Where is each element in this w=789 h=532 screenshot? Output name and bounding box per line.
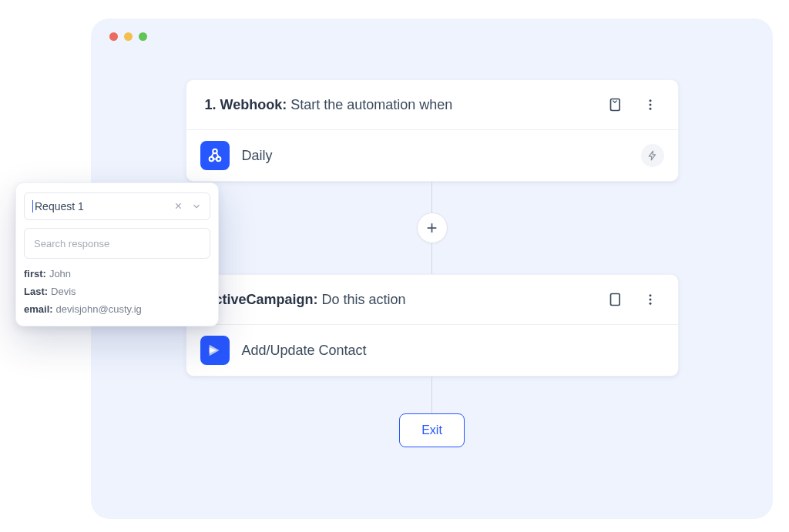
window-maximize-dot[interactable] xyxy=(139,32,147,41)
activecampaign-icon xyxy=(200,336,230,365)
search-input[interactable] xyxy=(34,238,200,249)
field-key: email: xyxy=(24,303,53,315)
more-menu-icon[interactable] xyxy=(641,95,660,114)
step-header: 1. Webhook: Start the automation when xyxy=(186,80,678,130)
request-select-value: Request 1 xyxy=(32,200,166,212)
step-body[interactable]: Add/Update Contact xyxy=(186,325,678,376)
step-title: 2.ActiveCampaign: Do this action xyxy=(205,292,607,308)
lightning-icon xyxy=(641,144,664,167)
field-row[interactable]: first: John xyxy=(24,268,210,279)
svg-point-8 xyxy=(649,294,651,296)
connector: + xyxy=(417,182,448,274)
svg-point-10 xyxy=(649,303,651,305)
search-response-field[interactable] xyxy=(24,228,210,259)
step-title: 1. Webhook: Start the automation when xyxy=(205,97,607,113)
add-step-button[interactable]: + xyxy=(417,212,448,243)
svg-point-2 xyxy=(649,104,651,106)
step-name: Webhook: xyxy=(220,97,287,112)
step-body-label: Add/Update Contact xyxy=(242,343,664,359)
step-name: ActiveCampaign: xyxy=(205,292,318,307)
field-value: devisjohn@custy.ig xyxy=(56,303,142,315)
field-value: John xyxy=(49,268,71,279)
step-description: Do this action xyxy=(322,292,406,307)
exit-button-label: Exit xyxy=(421,423,442,437)
workflow-step-webhook[interactable]: 1. Webhook: Start the automation when xyxy=(186,79,679,182)
step-body[interactable]: Daily xyxy=(186,130,678,181)
titlebar xyxy=(91,18,773,55)
field-row[interactable]: Last: Devis xyxy=(24,286,210,297)
connector-line xyxy=(431,182,432,212)
more-menu-icon[interactable] xyxy=(641,290,660,309)
step-number: 1. xyxy=(205,97,217,112)
rename-icon[interactable] xyxy=(607,290,626,309)
chevron-down-icon[interactable] xyxy=(191,201,202,212)
response-popover: Request 1 × first: John Last: Devis emai… xyxy=(15,182,219,326)
plus-icon: + xyxy=(426,217,437,239)
window-close-dot[interactable] xyxy=(109,32,118,41)
svg-point-1 xyxy=(649,99,651,102)
field-value: Devis xyxy=(51,286,76,297)
svg-rect-0 xyxy=(610,99,619,111)
rename-icon[interactable] xyxy=(607,95,626,114)
svg-rect-7 xyxy=(610,294,619,306)
svg-point-3 xyxy=(649,108,651,110)
exit-button[interactable]: Exit xyxy=(399,413,465,447)
field-key: first: xyxy=(24,268,46,279)
webhook-icon xyxy=(200,141,230,170)
clear-icon[interactable]: × xyxy=(172,199,185,213)
step-header: 2.ActiveCampaign: Do this action xyxy=(186,275,678,325)
field-row[interactable]: email: devisjohn@custy.ig xyxy=(24,303,210,315)
connector-line xyxy=(431,243,432,274)
request-select[interactable]: Request 1 × xyxy=(24,192,210,220)
workflow-step-activecampaign[interactable]: 2.ActiveCampaign: Do this action xyxy=(186,274,679,376)
svg-point-9 xyxy=(649,299,651,301)
window-minimize-dot[interactable] xyxy=(124,32,133,41)
step-body-label: Daily xyxy=(242,148,629,164)
connector-line xyxy=(431,376,432,413)
response-fields-list: first: John Last: Devis email: devisjohn… xyxy=(24,268,210,315)
connector xyxy=(431,376,432,413)
field-key: Last: xyxy=(24,286,48,297)
step-description: Start the automation when xyxy=(290,97,452,112)
